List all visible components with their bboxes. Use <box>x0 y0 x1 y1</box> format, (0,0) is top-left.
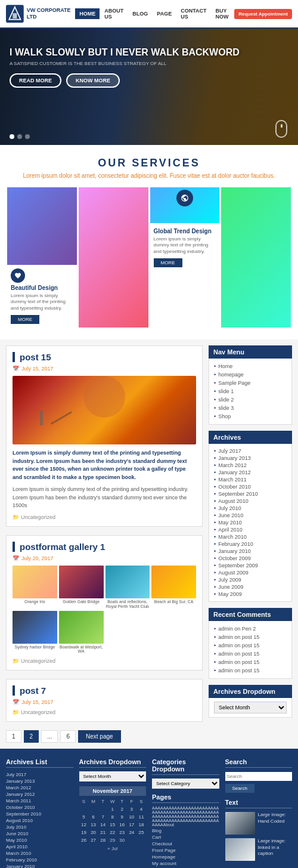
gallery-item-5[interactable]: Sydney harbor Bridge <box>13 611 57 653</box>
footer-search-input[interactable] <box>225 772 293 781</box>
nav-item-about[interactable]: ABOUT US <box>100 5 128 22</box>
page-ellipsis[interactable]: ... <box>41 730 58 743</box>
archive-feb10[interactable]: •February 2010 <box>214 540 287 548</box>
archive-sep10[interactable]: •September 2010 <box>214 490 287 498</box>
fal-3[interactable]: March 2012 <box>6 784 73 791</box>
cal-d-19[interactable]: 16 <box>117 821 127 829</box>
archive-jun09[interactable]: •June 2009 <box>214 583 287 591</box>
cal-d-17[interactable]: 14 <box>98 821 108 829</box>
gallery-item-3[interactable]: Boats and reflections, Royal Perth Yacht… <box>105 566 150 610</box>
comment-2[interactable]: •admin on post 15 <box>214 633 287 641</box>
nav-slide2[interactable]: •slide 2 <box>214 396 287 404</box>
fal-15[interactable]: January 2010 <box>6 863 73 868</box>
dot-3[interactable] <box>25 134 30 139</box>
calendar-nav[interactable]: « Jul <box>79 846 147 851</box>
footer-categories-select[interactable]: Select Category <box>152 779 219 789</box>
cal-d-10[interactable]: 7 <box>98 813 108 821</box>
archive-jan10[interactable]: •January 2010 <box>214 548 287 555</box>
request-appointment-button[interactable]: Request Appointment <box>234 9 292 19</box>
nav-shop[interactable]: •Shop <box>214 412 287 421</box>
nav-slide3[interactable]: •slide 3 <box>214 404 287 412</box>
archive-may10[interactable]: •May 2010 <box>214 519 287 526</box>
cal-d-8[interactable]: 5 <box>79 813 89 821</box>
fal-6[interactable]: October 2010 <box>6 804 73 811</box>
cal-d-26[interactable]: 23 <box>117 829 127 836</box>
comment-4[interactable]: •admin on post 15 <box>214 650 287 658</box>
fp-3[interactable]: Cart <box>152 834 219 841</box>
fp-7[interactable]: My account <box>152 860 219 867</box>
archive-aug09[interactable]: •August 2009 <box>214 569 287 576</box>
cal-d-16[interactable]: 13 <box>89 821 98 829</box>
nav-item-page[interactable]: PAGE <box>153 8 176 19</box>
archive-mar11[interactable]: •March 2011 <box>214 476 287 483</box>
service-1-more-button[interactable]: MORE <box>11 315 39 324</box>
cal-d-12[interactable]: 9 <box>117 813 127 821</box>
cal-d-14[interactable]: 11 <box>136 813 146 821</box>
archive-sep09[interactable]: •September 2009 <box>214 562 287 569</box>
cal-d-22[interactable]: 19 <box>79 829 89 836</box>
cal-d-9[interactable]: 6 <box>89 813 98 821</box>
cal-d-30[interactable]: 27 <box>89 836 98 844</box>
cal-d-27[interactable]: 24 <box>127 829 136 836</box>
cal-d-15[interactable]: 12 <box>79 821 89 829</box>
gallery-item-2[interactable]: Golden Gate Bridge <box>59 566 104 610</box>
page-2-button[interactable]: 2 <box>24 730 39 743</box>
cal-d-23[interactable]: 20 <box>89 829 98 836</box>
archives-dropdown-select[interactable]: Select Month <box>214 702 287 713</box>
archive-oct09[interactable]: •October 2009 <box>214 555 287 562</box>
fp-2[interactable]: Blog <box>152 827 219 834</box>
cal-d-4[interactable]: 1 <box>108 805 117 813</box>
dot-2[interactable] <box>17 134 22 139</box>
page-6-button[interactable]: 6 <box>60 730 76 743</box>
post-3-title[interactable]: post 7 <box>13 685 196 696</box>
fp-5[interactable]: Front Page <box>152 847 219 854</box>
cal-d-28[interactable]: 25 <box>136 829 146 836</box>
footer-archives-dropdown-select[interactable]: Select Month <box>79 771 147 781</box>
cal-d-29[interactable]: 26 <box>79 836 89 844</box>
nav-home[interactable]: •Home <box>214 362 287 370</box>
fal-11[interactable]: May 2010 <box>6 837 73 844</box>
archive-jan13[interactable]: •January 2013 <box>214 455 287 462</box>
archive-may09[interactable]: •May 2009 <box>214 591 287 598</box>
nav-sample-page[interactable]: •Sample Page <box>214 379 287 387</box>
fal-4[interactable]: January 2012 <box>6 791 73 798</box>
fp-4[interactable]: Checkout <box>152 841 219 847</box>
cal-d-6[interactable]: 3 <box>127 805 136 813</box>
nav-slide1[interactable]: •slide 1 <box>214 387 287 396</box>
archive-jul09[interactable]: •July 2009 <box>214 576 287 583</box>
archive-aug10[interactable]: •August 2010 <box>214 498 287 505</box>
archive-jul10[interactable]: •July 2010 <box>214 505 287 512</box>
cal-d-5[interactable]: 2 <box>117 805 127 813</box>
archive-mar12[interactable]: •March 2012 <box>214 462 287 469</box>
service-2-more-button[interactable]: MORE <box>154 258 182 267</box>
archive-apr10[interactable]: •April 2010 <box>214 526 287 533</box>
fal-8[interactable]: August 2010 <box>6 817 73 824</box>
next-page-button[interactable]: Next page <box>78 730 121 743</box>
know-more-button[interactable]: KNOW MORE <box>66 73 120 88</box>
nav-item-home[interactable]: HOME <box>75 8 100 19</box>
gallery-item-1[interactable]: Orange Iris <box>13 566 57 610</box>
read-more-button[interactable]: READ MORE <box>10 73 61 88</box>
page-1-button[interactable]: 1 <box>6 730 21 743</box>
cal-d-11[interactable]: 8 <box>108 813 117 821</box>
fal-9[interactable]: July 2010 <box>6 824 73 830</box>
cal-d-18[interactable]: 15 <box>108 821 117 829</box>
fp-1[interactable]: AAAAAAAAAAAAAAAAAAAAAAAAAAAAAAAAAAAAAAAA… <box>152 805 219 827</box>
fal-12[interactable]: April 2010 <box>6 844 73 850</box>
cal-d-24[interactable]: 21 <box>98 829 108 836</box>
dot-1[interactable] <box>10 134 14 139</box>
cal-d-7[interactable]: 4 <box>136 805 146 813</box>
comment-5[interactable]: •admin on post 15 <box>214 658 287 666</box>
cal-d-25[interactable]: 22 <box>108 829 117 836</box>
fal-10[interactable]: June 2010 <box>6 830 73 837</box>
gallery-item-6[interactable]: Boardwalk at Westport, WA <box>59 611 104 653</box>
archive-jun10[interactable]: •June 2010 <box>214 512 287 519</box>
cal-d-21[interactable]: 18 <box>136 821 146 829</box>
comment-6[interactable]: •admin on post 15 <box>214 666 287 675</box>
gallery-post-title[interactable]: postformat gallery 1 <box>13 542 196 552</box>
cal-d-13[interactable]: 10 <box>127 813 136 821</box>
archive-jan12[interactable]: •January 2012 <box>214 469 287 476</box>
fal-1[interactable]: July 2017 <box>6 771 73 778</box>
comment-3[interactable]: •admin on post 15 <box>214 641 287 650</box>
fp-6[interactable]: Homepage <box>152 854 219 860</box>
